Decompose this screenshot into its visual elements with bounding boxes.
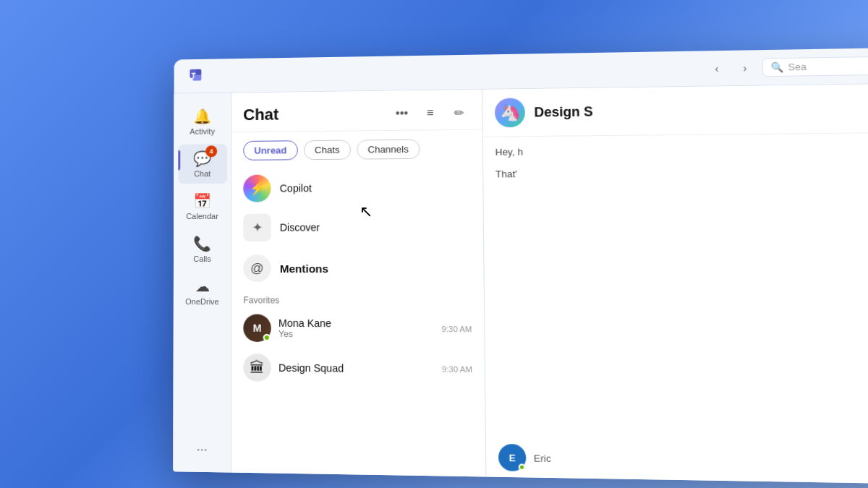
sidebar-item-activity[interactable]: 🔔 Activity bbox=[178, 102, 227, 142]
sidebar-item-onedrive[interactable]: ☁ OneDrive bbox=[177, 272, 226, 312]
onedrive-icon: ☁ bbox=[195, 278, 209, 295]
chat-more-button[interactable]: ••• bbox=[391, 102, 413, 124]
search-bar[interactable]: 🔍 Sea bbox=[762, 56, 868, 77]
tab-chats[interactable]: Chats bbox=[304, 140, 351, 160]
chat-preview: Yes bbox=[278, 329, 434, 340]
copilot-label: Copilot bbox=[280, 182, 312, 194]
chat-time: 9:30 AM bbox=[442, 364, 472, 374]
calendar-icon: 📅 bbox=[193, 192, 211, 210]
right-panel: 🦄 Design S Hey, h That' E Eric bbox=[482, 84, 868, 484]
chat-icon: 💬 4 bbox=[193, 150, 211, 167]
chat-info: Design Squad bbox=[278, 362, 434, 375]
message-preview-1: Hey, h bbox=[495, 142, 868, 160]
mentions-item[interactable]: @ Mentions bbox=[231, 247, 484, 289]
chat-list: ⚡ Copilot ✦ Discover @ Mentions bbox=[231, 164, 485, 476]
filter-button[interactable]: ≡ bbox=[419, 102, 441, 124]
discover-item[interactable]: ✦ Discover bbox=[231, 207, 483, 247]
chat-panel: Chat ••• ≡ ✏ Unread Chats Channels ⚡ bbox=[231, 90, 486, 477]
eric-avatar: E bbox=[498, 444, 527, 471]
right-panel-messages: Hey, h That' bbox=[483, 133, 868, 443]
copilot-icon: ⚡ bbox=[243, 175, 271, 202]
chat-info: Mona Kane Yes bbox=[278, 317, 434, 341]
design-squad-avatar: 🏛 bbox=[243, 354, 271, 382]
favorites-label: Favorites bbox=[231, 289, 484, 309]
sidebar-label-calendar: Calendar bbox=[186, 212, 218, 221]
sidebar-label-activity: Activity bbox=[190, 127, 215, 136]
mentions-label: Mentions bbox=[280, 262, 328, 274]
sidebar-label-chat: Chat bbox=[194, 169, 210, 178]
search-icon: 🔍 bbox=[770, 61, 783, 73]
message-preview-2: That' bbox=[495, 165, 868, 181]
discover-label: Discover bbox=[280, 221, 320, 233]
chat-time: 9:30 AM bbox=[441, 325, 472, 334]
sidebar-item-chat[interactable]: 💬 4 Chat bbox=[178, 144, 227, 184]
eric-name: Eric bbox=[534, 453, 551, 464]
nav-arrows: ‹ › bbox=[705, 57, 756, 79]
calls-icon: 📞 bbox=[193, 235, 211, 252]
forward-button[interactable]: › bbox=[733, 57, 756, 78]
mentions-icon: @ bbox=[243, 254, 271, 282]
new-chat-button[interactable]: ✏ bbox=[447, 101, 469, 124]
chat-title: Chat bbox=[243, 106, 278, 124]
svg-text:T: T bbox=[191, 72, 195, 80]
list-item[interactable]: 🏛 Design Squad 9:30 AM bbox=[231, 348, 485, 390]
activity-icon: 🔔 bbox=[193, 108, 211, 125]
mona-avatar: M bbox=[243, 314, 271, 342]
tab-channels[interactable]: Channels bbox=[357, 140, 420, 160]
right-panel-avatar: 🦄 bbox=[495, 98, 525, 127]
right-panel-header: 🦄 Design S bbox=[482, 84, 868, 137]
chat-name: Design Squad bbox=[278, 362, 434, 375]
list-item[interactable]: M Mona Kane Yes 9:30 AM bbox=[231, 308, 484, 349]
teams-logo: T bbox=[185, 64, 208, 87]
discover-icon: ✦ bbox=[243, 214, 271, 241]
sidebar-label-calls: Calls bbox=[193, 254, 211, 263]
sidebar-item-calls[interactable]: 📞 Calls bbox=[177, 229, 226, 269]
chat-header-icons: ••• ≡ ✏ bbox=[391, 101, 470, 124]
back-button[interactable]: ‹ bbox=[705, 58, 728, 79]
teams-window: T ‹ › 🔍 Sea 🔔 Activity 💬 4 Chat bbox=[173, 48, 868, 484]
chat-name: Mona Kane bbox=[278, 317, 434, 330]
more-icon: ... bbox=[197, 439, 208, 454]
chat-badge: 4 bbox=[205, 145, 217, 157]
svg-rect-2 bbox=[195, 69, 201, 74]
sidebar-label-onedrive: OneDrive bbox=[185, 297, 219, 306]
more-button[interactable]: ... bbox=[197, 430, 208, 463]
copilot-item[interactable]: ⚡ Copilot bbox=[231, 167, 482, 208]
right-panel-title: Design S bbox=[534, 104, 593, 120]
sidebar-item-calendar[interactable]: 📅 Calendar bbox=[178, 187, 227, 226]
right-panel-member: E Eric bbox=[486, 437, 868, 484]
eric-online-status bbox=[519, 463, 526, 471]
tab-unread[interactable]: Unread bbox=[243, 140, 297, 160]
main-content: 🔔 Activity 💬 4 Chat 📅 Calendar 📞 Calls ☁ bbox=[173, 84, 868, 484]
chat-header: Chat ••• ≡ ✏ bbox=[231, 90, 482, 132]
filter-tabs: Unread Chats Channels bbox=[231, 130, 482, 166]
online-status bbox=[263, 334, 271, 341]
search-placeholder: Sea bbox=[788, 61, 807, 73]
sidebar: 🔔 Activity 💬 4 Chat 📅 Calendar 📞 Calls ☁ bbox=[173, 93, 231, 473]
